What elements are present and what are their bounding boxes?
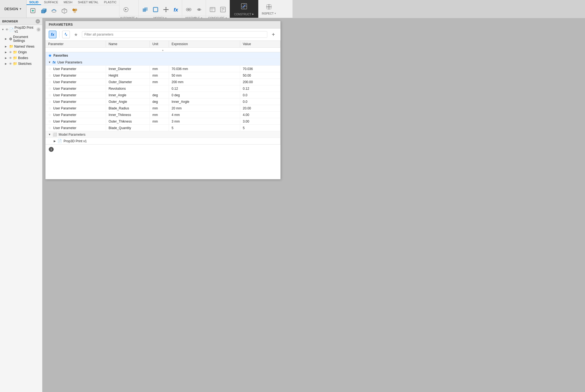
design-button[interactable]: DESIGN ▼ bbox=[0, 0, 27, 18]
row-star-icon-0[interactable]: ☆ bbox=[48, 67, 51, 71]
row-name-6[interactable]: Blade_Radius bbox=[106, 105, 150, 112]
user-params-collapse-icon[interactable]: ▼ bbox=[48, 61, 51, 64]
revolve-button[interactable] bbox=[49, 6, 59, 17]
row-expr-2[interactable]: 200 mm bbox=[169, 79, 240, 85]
table-row[interactable]: ☆User Parameter Revolutions 0.12 0.12 bbox=[45, 85, 280, 92]
table-button[interactable] bbox=[208, 4, 217, 15]
row-expr-5[interactable]: Inner_Angle bbox=[169, 98, 240, 105]
row-name-0[interactable]: Inner_Diameter bbox=[106, 66, 150, 72]
browser-item-named-views[interactable]: ▶ 📁 Named Views bbox=[0, 43, 42, 49]
info-button[interactable]: i bbox=[49, 147, 54, 152]
construct-button[interactable]: CONSTRUCT ▶ bbox=[230, 0, 258, 18]
automate-button[interactable] bbox=[121, 4, 131, 15]
row-name-1[interactable]: Height bbox=[106, 72, 150, 79]
named-views-folder-icon: 📁 bbox=[9, 44, 13, 48]
table-row[interactable]: ☆User Parameter Blade_Radius mm 20 mm 20… bbox=[45, 105, 280, 112]
collapse-handle[interactable]: ▲ bbox=[45, 48, 280, 52]
row-star-icon-6[interactable]: ☆ bbox=[48, 106, 51, 110]
table-row[interactable]: ☆ User Parameter Inner_Diameter mm 70.03… bbox=[45, 66, 280, 72]
shell-button[interactable] bbox=[151, 4, 160, 15]
pattern-button[interactable] bbox=[70, 6, 80, 17]
tab-sheet-metal[interactable]: SHEET METAL bbox=[75, 0, 101, 5]
publish-icon bbox=[220, 6, 226, 14]
root-eye-icon[interactable]: 👁 bbox=[5, 28, 8, 31]
row-expr-1[interactable]: 50 mm bbox=[169, 72, 240, 79]
table-row[interactable]: ☆User Parameter Outer_Angle deg Inner_An… bbox=[45, 98, 280, 105]
move-button[interactable] bbox=[161, 4, 171, 15]
row-star-icon-3[interactable]: ☆ bbox=[48, 86, 51, 91]
row-expr-3[interactable]: 0.12 bbox=[169, 85, 240, 92]
table-row[interactable]: ☆User Parameter Height mm 50 mm 50.00 bbox=[45, 72, 280, 79]
fx-param-button[interactable]: fx bbox=[171, 4, 180, 15]
row-expr-4[interactable]: 0 deg bbox=[169, 92, 240, 98]
row-star-icon-1[interactable]: ☆ bbox=[48, 73, 51, 77]
combine-button[interactable] bbox=[140, 4, 150, 15]
browser-item-sketches[interactable]: ▶ 👁 📁 Sketches bbox=[0, 61, 42, 66]
table-row[interactable]: ▶ 📄 Prop3D Print v1 bbox=[45, 138, 280, 144]
browser-item-root[interactable]: ▼ 👁 📄 Prop3D Print v1 ⚙ bbox=[0, 25, 42, 34]
favorites-star-icon: ★ bbox=[48, 53, 52, 58]
browser-panel: BROWSER – ▼ 👁 📄 Prop3D Print v1 ⚙ ▶ ⚙ Do… bbox=[0, 18, 42, 196]
table-row[interactable]: ☆User Parameter Outer_Diameter mm 200 mm… bbox=[45, 79, 280, 85]
motion-button[interactable] bbox=[194, 4, 204, 15]
user-params-button[interactable]: fx bbox=[49, 31, 56, 38]
row-expr-9[interactable]: 5 bbox=[169, 125, 240, 131]
joint-button[interactable] bbox=[184, 4, 194, 15]
favorites-filter-button[interactable]: ★ bbox=[72, 31, 80, 38]
publish-button[interactable] bbox=[218, 4, 228, 15]
row-name-8[interactable]: Outer_Thikness bbox=[106, 118, 150, 125]
construct-label: CONSTRUCT bbox=[234, 13, 251, 16]
row-expr-8[interactable]: 3 mm bbox=[169, 118, 240, 125]
row-param-6: ☆User Parameter bbox=[45, 105, 106, 112]
table-row[interactable]: ☆User Parameter Inner_Angle deg 0 deg 0.… bbox=[45, 92, 280, 98]
extrude-button[interactable] bbox=[39, 6, 48, 17]
svg-marker-23 bbox=[168, 9, 169, 10]
user-params-fx-icon: fx bbox=[53, 60, 56, 64]
browser-item-origin[interactable]: ▶ 👁 📁 Origin bbox=[0, 49, 42, 55]
box-button[interactable] bbox=[59, 6, 69, 17]
tab-surface[interactable]: SURFACE bbox=[41, 0, 61, 5]
tab-mesh[interactable]: MESH bbox=[61, 0, 75, 5]
root-settings-icon[interactable]: ⚙ bbox=[36, 27, 41, 32]
browser-item-doc-settings[interactable]: ▶ ⚙ Document Settings bbox=[0, 34, 42, 43]
row-star-icon-9[interactable]: ☆ bbox=[48, 126, 51, 130]
row-expr-0[interactable]: 70.036 mm bbox=[169, 66, 240, 72]
row-star-icon-8[interactable]: ☆ bbox=[48, 119, 51, 123]
sketches-folder-icon: 📁 bbox=[13, 62, 17, 66]
filter-input[interactable] bbox=[82, 31, 267, 38]
add-parameter-button[interactable]: + bbox=[269, 31, 277, 38]
row-name-2[interactable]: Outer_Diameter bbox=[106, 79, 150, 85]
row-star-icon-4[interactable]: ☆ bbox=[48, 93, 51, 97]
browser-item-bodies[interactable]: ▶ 👁 📁 Bodies bbox=[0, 55, 42, 61]
row-star-icon-2[interactable]: ☆ bbox=[48, 80, 51, 84]
inspect-icon bbox=[265, 3, 273, 11]
row-val-3: 0.12 bbox=[240, 85, 280, 92]
inspect-button[interactable]: INSPECT ▼ bbox=[258, 0, 280, 18]
bodies-eye-icon[interactable]: 👁 bbox=[9, 56, 12, 60]
table-row[interactable]: ☆User Parameter Blade_Quantity 5 5 bbox=[45, 125, 280, 131]
origin-eye-icon[interactable]: 👁 bbox=[9, 51, 12, 54]
row-name-5[interactable]: Outer_Angle bbox=[106, 98, 150, 105]
row-expr-6[interactable]: 20 mm bbox=[169, 105, 240, 112]
sketches-eye-icon[interactable]: 👁 bbox=[9, 62, 12, 65]
row-star-icon-7[interactable]: ☆ bbox=[48, 113, 51, 117]
row-name-3[interactable]: Revolutions bbox=[106, 85, 150, 92]
tab-solid[interactable]: SOLID bbox=[27, 0, 41, 5]
row-name-9[interactable]: Blade_Quantity bbox=[106, 125, 150, 131]
table-row[interactable]: ☆User Parameter Outer_Thikness mm 3 mm 3… bbox=[45, 118, 280, 125]
model-sub-arrow-icon[interactable]: ▶ bbox=[54, 140, 56, 143]
table-row[interactable]: ☆User Parameter Inner_Thikness mm 4 mm 4… bbox=[45, 112, 280, 118]
named-views-label: Named Views bbox=[14, 45, 35, 48]
row-expr-7[interactable]: 4 mm bbox=[169, 112, 240, 118]
tab-plastic[interactable]: PLASTIC bbox=[101, 0, 119, 5]
browser-collapse-button[interactable]: – bbox=[36, 19, 40, 24]
row-name-4[interactable]: Inner_Angle bbox=[106, 92, 150, 98]
model-params-collapse-icon[interactable]: ▼ bbox=[48, 133, 51, 136]
fx-unit-button[interactable]: fx bbox=[62, 31, 70, 38]
root-doc-icon: 📄 bbox=[9, 28, 14, 32]
new-body-button[interactable] bbox=[28, 6, 38, 17]
row-name-7[interactable]: Inner_Thikness bbox=[106, 112, 150, 118]
row-star-icon-5[interactable]: ☆ bbox=[48, 100, 51, 104]
pattern-icon bbox=[71, 8, 78, 15]
modify-group: fx MODIFY ▼ bbox=[139, 0, 182, 18]
